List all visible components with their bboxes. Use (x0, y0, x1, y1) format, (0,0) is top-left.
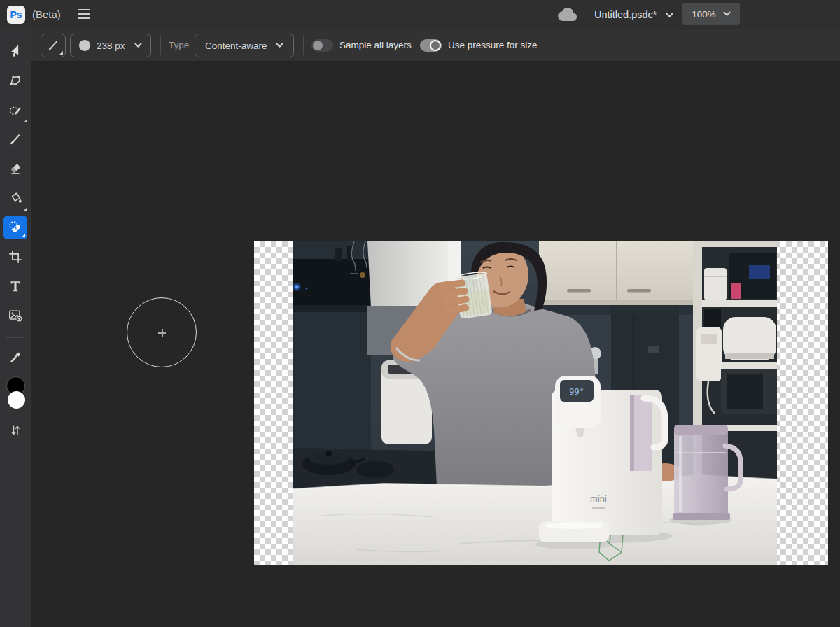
tool-options-triangle (24, 119, 27, 122)
tool-eraser[interactable] (1, 154, 29, 183)
tool-options-bar: 238 px Type Content-aware Sample all lay… (31, 29, 840, 62)
use-pressure-toggle[interactable] (420, 39, 442, 52)
divider (6, 337, 24, 338)
tool-spot-healing[interactable] (4, 216, 27, 239)
color-wells[interactable] (1, 376, 29, 411)
eyedropper-icon (8, 350, 23, 365)
move-icon (8, 43, 23, 59)
tool-type[interactable] (1, 272, 29, 301)
tool-place-image[interactable] (1, 301, 29, 330)
eraser-icon (8, 161, 23, 176)
tool-polygon-lasso[interactable] (1, 66, 29, 95)
sample-all-layers-label: Sample all layers (340, 29, 412, 62)
divider (160, 36, 161, 55)
photo-layer[interactable]: 99° mini (293, 241, 777, 565)
brush-tip-preview (79, 40, 90, 51)
type-label: Type (169, 29, 189, 62)
tool-rail (0, 29, 31, 627)
app-bar: Ps (Beta) Untitled.psdc* 100% (0, 0, 840, 29)
zoom-level: 100% (692, 9, 716, 20)
sample-all-layers-toggle[interactable] (312, 39, 333, 52)
use-pressure-label: Use pressure for size (448, 29, 538, 62)
brush-icon (8, 132, 23, 147)
brush-icon (46, 38, 60, 52)
chevron-down-icon (134, 43, 142, 48)
zoom-level-dropdown[interactable]: 100% (682, 3, 740, 25)
background-color-swatch[interactable] (8, 391, 25, 409)
document-title-dropdown[interactable]: Untitled.psdc* (594, 0, 673, 29)
canvas-workspace[interactable]: 99° mini (31, 62, 840, 627)
tool-eyedropper[interactable] (1, 344, 29, 371)
lasso-icon (8, 73, 23, 88)
beta-label: (Beta) (32, 0, 61, 29)
tool-object-selection[interactable] (1, 95, 29, 125)
document-title: Untitled.psdc* (594, 9, 657, 20)
tool-options-triangle (59, 51, 63, 55)
divider (71, 8, 71, 21)
object-selection-icon (8, 102, 23, 118)
brush-cursor (127, 297, 197, 367)
place-image-icon (8, 308, 23, 323)
divider (303, 36, 304, 55)
paint-bucket-icon (8, 190, 23, 206)
document-artboard[interactable]: 99° mini (254, 241, 828, 565)
healing-type-value: Content-aware (205, 41, 276, 51)
dispenser-brand-label: mini (590, 493, 607, 504)
chevron-down-icon (723, 11, 731, 17)
dispenser-display-value: 99° (569, 387, 584, 397)
hamburger-menu-icon[interactable] (78, 9, 92, 20)
active-tool-button[interactable] (41, 34, 66, 57)
tool-move[interactable] (1, 36, 29, 66)
type-icon (8, 279, 23, 294)
tool-fill[interactable] (1, 183, 29, 213)
brush-size-value: 238 px (97, 41, 128, 51)
tool-options-triangle (24, 207, 27, 211)
chevron-down-icon (666, 13, 673, 18)
brush-size-dropdown[interactable]: 238 px (70, 34, 151, 57)
healing-type-dropdown[interactable]: Content-aware (195, 34, 294, 57)
crop-icon (8, 249, 23, 265)
photoshop-logo[interactable]: Ps (7, 6, 25, 24)
tool-brush[interactable] (1, 125, 29, 154)
kitchen-photo: 99° mini (293, 241, 777, 565)
tool-crop[interactable] (1, 242, 29, 272)
spot-healing-brush-icon (8, 220, 23, 235)
tool-options-triangle (22, 234, 25, 237)
tool-swap-colors[interactable] (1, 420, 29, 441)
swap-arrows-icon (8, 423, 22, 437)
cloud-sync-icon[interactable] (558, 8, 578, 22)
chevron-down-icon (276, 43, 284, 48)
